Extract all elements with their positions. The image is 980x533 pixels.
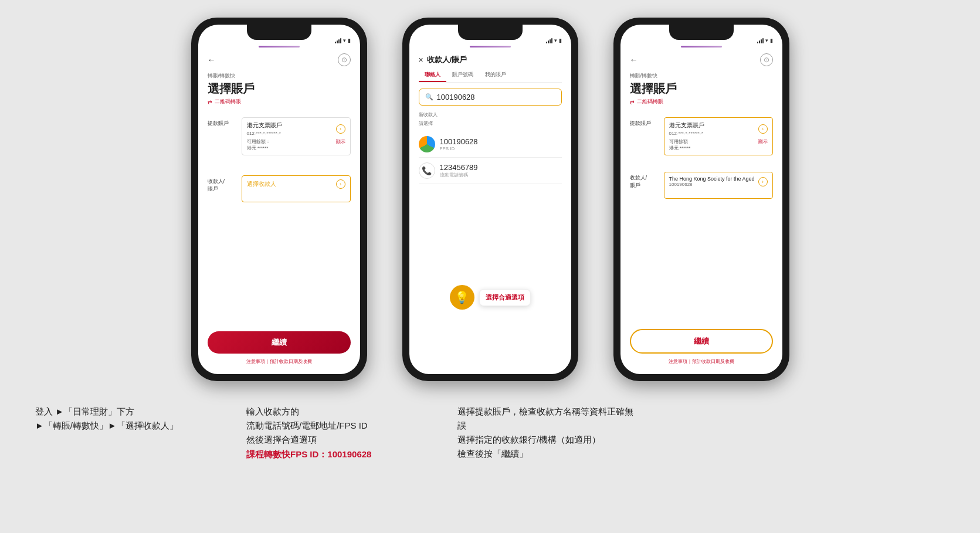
phone1-receiver-box[interactable]: 選擇收款人 › — [242, 175, 351, 202]
phone1-navbar: ← ⊙ — [208, 50, 351, 70]
phone3-navbar: ← ⊙ — [630, 50, 773, 70]
phone3-debit-chevron[interactable]: › — [758, 124, 768, 134]
phone1: ▾ ▮ ← ⊙ 轉賬/轉數快 選擇賬戶 ⇄ 二維碼轉賬 — [191, 18, 367, 381]
battery-icon: ▮ — [348, 38, 351, 43]
phone2-payee2-info: 123456789 流動電話號碼 — [440, 163, 478, 178]
phone2-close-btn[interactable]: × — [419, 55, 423, 64]
desc2-line2: 流動電話號碼/電郵地址/FPS ID — [246, 420, 368, 430]
phone3-debit-label: 提款賬戶 — [630, 120, 659, 127]
phone3-avatar[interactable]: ⊙ — [760, 53, 773, 66]
phone3-continue-btn[interactable]: 繼續 — [630, 329, 773, 354]
phone1-debit-inner: 港元支票賬戶 012-***-*-******-* › — [247, 121, 345, 136]
phone1-qr-label: 二維碼轉賬 — [215, 98, 241, 106]
phone1-debit-num: 012-***-*-******-* — [247, 131, 282, 136]
tooltip-text-part1: 選擇 — [486, 294, 499, 301]
phone3-balance-show[interactable]: 顯示 — [758, 138, 768, 145]
phone3-receiver-name: The Hong Kong Society for the Aged — [669, 176, 755, 182]
wifi-icon: ▾ — [343, 38, 346, 43]
phone1-screen: ▾ ▮ ← ⊙ 轉賬/轉數快 選擇賬戶 ⇄ 二維碼轉賬 — [198, 25, 360, 374]
desc2-line3: 然後選擇合適選項 — [246, 434, 317, 444]
phone1-receiver-chevron[interactable]: › — [336, 179, 345, 189]
phones-row: ▾ ▮ ← ⊙ 轉賬/轉數快 選擇賬戶 ⇄ 二維碼轉賬 — [191, 18, 789, 381]
phone1-wrapper: ▾ ▮ ← ⊙ 轉賬/轉數快 選擇賬戶 ⇄ 二維碼轉賬 — [191, 18, 367, 381]
phone3-debit-row: 提款賬戶 港元支票賬戶 012-***-*-******-* › 可用餘額 — [630, 117, 773, 155]
phone2-payee1-info: 100190628 FPS ID — [440, 137, 478, 151]
desc2-fps: 課程轉數快FPS ID：100190628 — [246, 449, 422, 460]
desc1-col: 登入 ►「日常理財」下方 ►「轉賬/轉數快」►「選擇收款人」 — [35, 405, 211, 461]
wifi-icon3: ▾ — [765, 38, 768, 43]
phone3-wrapper: ▾ ▮ ← ⊙ 轉賬/轉數快 選擇賬戶 ⇄ 二維碼轉賬 — [613, 18, 789, 381]
phone1-avatar[interactable]: ⊙ — [338, 53, 351, 66]
phone1-balance-value: 港元 ****** — [247, 145, 345, 151]
phone2-search-header: × 收款人/賬戶 — [419, 50, 562, 69]
phone2-payee2[interactable]: 📞 123456789 流動電話號碼 — [419, 158, 562, 184]
phone2-please-select: 請選擇 — [419, 120, 562, 127]
phone1-receiver-row: 收款人/ 賬戶 選擇收款人 › — [208, 175, 351, 202]
phone2-payee2-name: 123456789 — [440, 163, 478, 172]
phone3-debit-account-info: 港元支票賬戶 012-***-*-******-* — [669, 121, 704, 136]
phone3-debit-num: 012-***-*-******-* — [669, 131, 704, 136]
phone3-qr-link[interactable]: ⇄ 二維碼轉賬 — [630, 98, 773, 106]
phone2-payee1[interactable]: 100190628 FPS ID — [419, 131, 562, 158]
phone2-payee2-type: 流動電話號碼 — [440, 172, 478, 178]
phone3-receiver-box[interactable]: The Hong Kong Society for the Aged 10019… — [664, 172, 773, 199]
phone2-screen: ▾ ▮ × 收款人/賬戶 聯絡人 賬戶號碼 我的賬戶 — [409, 25, 571, 374]
phone1-balance-show[interactable]: 顯示 — [336, 138, 345, 145]
phone3-debit-box: 港元支票賬戶 012-***-*-******-* › 可用餘額 顯示 港元 *… — [664, 117, 773, 155]
phone1-debit-account-info: 港元支票賬戶 012-***-*-******-* — [247, 121, 282, 136]
desc1-text: 登入 ►「日常理財」下方 ►「轉賬/轉數快」►「選擇收款人」 — [35, 405, 211, 433]
phone3-receiver-inner: The Hong Kong Society for the Aged 10019… — [669, 176, 768, 187]
phone3-receiver-info: The Hong Kong Society for the Aged 10019… — [669, 176, 755, 187]
phone3-receiver-id: 100190628 — [669, 182, 755, 187]
phone2-content: × 收款人/賬戶 聯絡人 賬戶號碼 我的賬戶 🔍 100190628 新收款人 … — [409, 50, 571, 374]
fps-icon — [419, 136, 435, 152]
phone1-footer[interactable]: 注意事項｜預計收款日期及收費 — [208, 358, 351, 365]
phone2: ▾ ▮ × 收款人/賬戶 聯絡人 賬戶號碼 我的賬戶 — [402, 18, 578, 381]
phone2-tabs: 聯絡人 賬戶號碼 我的賬戶 — [419, 69, 562, 83]
phone1-receiver-placeholder: 選擇收款人 — [247, 180, 276, 188]
phone2-search-title: 收款人/賬戶 — [427, 55, 467, 65]
desc1-line2: ►「轉賬/轉數快」►「選擇收款人」 — [35, 420, 178, 430]
qr-icon3: ⇄ — [630, 99, 635, 105]
phone1-back-arrow[interactable]: ← — [208, 55, 216, 64]
phone2-progress-bar — [470, 46, 511, 47]
desc3-line1: 選擇提款賬戶，檢查收款方名稱等資料正確無誤 — [457, 406, 633, 430]
phone3-page-title: 選擇賬戶 — [630, 81, 773, 97]
battery-icon3: ▮ — [770, 38, 773, 43]
phone3-back-arrow[interactable]: ← — [630, 55, 638, 64]
spacer — [208, 164, 351, 175]
qr-icon: ⇄ — [208, 99, 212, 105]
battery-icon2: ▮ — [559, 38, 562, 43]
phone2-new-payee-label: 新收款人 — [419, 111, 562, 118]
phone2-search-box[interactable]: 🔍 100190628 — [419, 89, 562, 106]
phone3-receiver-chevron[interactable]: › — [758, 177, 768, 186]
phone1-content: ← ⊙ 轉賬/轉數快 選擇賬戶 ⇄ 二維碼轉賬 提款賬戶 — [198, 50, 360, 374]
desc1-line1: 登入 ►「日常理財」下方 — [35, 406, 134, 416]
phone3-balance-row: 可用餘額 顯示 — [669, 138, 768, 145]
phone1-continue-btn[interactable]: 繼續 — [208, 331, 351, 354]
phone1-page-title: 選擇賬戶 — [208, 81, 351, 97]
phone1-debit-chevron[interactable]: › — [336, 124, 345, 134]
phone2-tab-contacts[interactable]: 聯絡人 — [419, 69, 446, 82]
phone2-tab-myaccount[interactable]: 我的賬戶 — [479, 69, 512, 82]
phone3-receiver-label: 收款人/ 賬戶 — [630, 174, 659, 189]
phone2-search-value[interactable]: 100190628 — [437, 93, 475, 101]
desc3-line2: 選擇指定的收款銀行/機構（如適用） — [457, 434, 601, 444]
phone3-footer[interactable]: 注意事項｜預計收款日期及收費 — [630, 358, 773, 365]
phone2-tab-account[interactable]: 賬戶號碼 — [446, 69, 479, 82]
phone1-nav-subtitle: 轉賬/轉數快 — [208, 72, 351, 80]
phone3-content: ← ⊙ 轉賬/轉數快 選擇賬戶 ⇄ 二維碼轉賬 提款賬戶 — [620, 50, 782, 374]
phone1-signal: ▾ ▮ — [335, 38, 351, 43]
desc2-col: 輸入收款方的 流動電話號碼/電郵地址/FPS ID 然後選擇合適選項 課程轉數快… — [246, 405, 422, 461]
descriptions-row: 登入 ►「日常理財」下方 ►「轉賬/轉數快」►「選擇收款人」 輸入收款方的 流動… — [23, 405, 957, 461]
phone1-balance-label: 可用餘額： — [247, 138, 270, 145]
desc2-line1: 輸入收款方的 — [246, 406, 299, 416]
phone1-qr-link[interactable]: ⇄ 二維碼轉賬 — [208, 98, 351, 106]
phone3-notch — [669, 25, 734, 40]
phone1-debit-account: 港元支票賬戶 — [247, 121, 282, 130]
phone-icon: 📞 — [419, 162, 435, 179]
phone3-progress-bar — [681, 46, 722, 47]
desc3-col: 選擇提款賬戶，檢查收款方名稱等資料正確無誤 選擇指定的收款銀行/機構（如適用） … — [457, 405, 633, 461]
spacer3 — [630, 164, 773, 172]
phone1-debit-box: 港元支票賬戶 012-***-*-******-* › 可用餘額： 顯示 港元 … — [242, 117, 351, 155]
